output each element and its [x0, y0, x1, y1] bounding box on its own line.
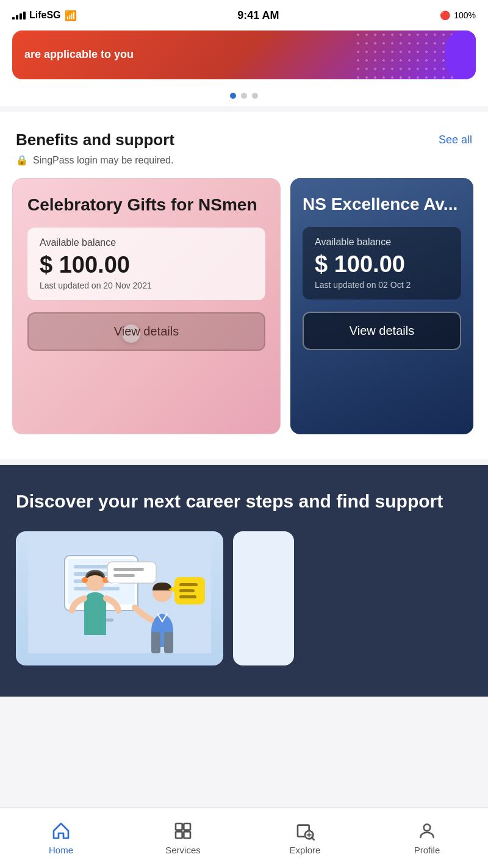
nav-label-explore: Explore — [290, 845, 321, 855]
svg-rect-22 — [179, 595, 196, 598]
nav-item-services[interactable]: Services — [122, 814, 244, 861]
benefits-title: Benefits and support — [16, 131, 174, 149]
svg-rect-12 — [107, 562, 156, 583]
dot-1[interactable] — [230, 93, 236, 99]
banner-card[interactable]: are applicable to you — [12, 30, 476, 79]
gift-card-title: Celebratory Gifts for NSmen — [27, 195, 265, 215]
gift-view-details-button[interactable]: View details — [27, 312, 265, 351]
svg-rect-27 — [184, 831, 190, 838]
carrier-name: LifeSG — [29, 10, 61, 21]
nav-item-explore[interactable]: Explore — [244, 814, 366, 861]
lock-icon: 🔒 — [16, 154, 28, 166]
svg-point-10 — [82, 577, 88, 583]
explore-icon — [295, 820, 315, 841]
career-section: Discover your next career steps and find… — [0, 465, 488, 697]
gift-card-content: Celebratory Gifts for NSmen Available ba… — [13, 179, 280, 363]
career-card-illustration — [16, 531, 223, 665]
career-card-1[interactable] — [16, 531, 223, 665]
svg-line-30 — [312, 838, 314, 840]
svg-point-33 — [424, 824, 431, 831]
gift-card[interactable]: Celebratory Gifts for NSmen Available ba… — [12, 178, 281, 434]
benefits-cards-container: Celebratory Gifts for NSmen Available ba… — [0, 178, 488, 434]
profile-icon — [417, 820, 437, 841]
ns-card[interactable]: NS Excellence Av... Available balance $ … — [290, 178, 473, 434]
ns-balance-updated: Last updated on 02 Oct 2 — [315, 280, 449, 290]
svg-rect-20 — [179, 583, 198, 586]
svg-rect-14 — [113, 574, 135, 577]
singpass-text: SingPass login may be required. — [33, 155, 173, 166]
nav-item-home[interactable]: Home — [0, 814, 122, 861]
status-left: LifeSG 📶 — [12, 10, 77, 21]
banner-purple-decoration — [445, 30, 476, 79]
career-illustration-svg — [28, 531, 211, 653]
career-title: Discover your next career steps and find… — [16, 489, 472, 513]
gift-balance-box: Available balance $ 100.00 Last updated … — [27, 228, 265, 300]
nav-label-profile: Profile — [414, 845, 440, 855]
wifi-icon: 📶 — [65, 10, 77, 21]
see-all-link[interactable]: See all — [439, 134, 472, 146]
gift-balance-amount: $ 100.00 — [40, 252, 253, 278]
battery-level: 100% — [454, 10, 476, 20]
singpass-notice: 🔒 SingPass login may be required. — [0, 154, 488, 166]
bluetooth-icon: 🔴 — [440, 10, 450, 20]
banner-section: are applicable to you — [0, 30, 488, 85]
svg-rect-21 — [179, 589, 195, 592]
ns-balance-box: Available balance $ 100.00 Last updated … — [303, 227, 461, 299]
home-icon — [51, 820, 71, 841]
dot-3[interactable] — [252, 93, 258, 99]
bottom-nav: Home Services Explore — [0, 807, 488, 868]
banner-text: are applicable to you — [24, 47, 134, 62]
nav-label-home: Home — [49, 845, 73, 855]
carousel-dots — [0, 85, 488, 106]
signal-bars — [12, 11, 26, 20]
gift-balance-updated: Last updated on 20 Nov 2021 — [40, 281, 253, 290]
gift-balance-label: Available balance — [40, 237, 253, 248]
career-cards-row — [16, 531, 472, 665]
svg-rect-26 — [176, 831, 182, 838]
nav-item-profile[interactable]: Profile — [366, 814, 488, 861]
svg-rect-18 — [164, 632, 173, 653]
ns-balance-amount: $ 100.00 — [315, 251, 449, 278]
status-right: 🔴 100% — [440, 10, 476, 20]
ns-balance-label: Available balance — [315, 237, 449, 248]
benefits-section: Benefits and support See all 🔒 SingPass … — [0, 112, 488, 459]
ns-card-title: NS Excellence Av... — [303, 194, 461, 215]
svg-rect-13 — [113, 568, 144, 571]
ns-card-content: NS Excellence Av... Available balance $ … — [290, 178, 473, 362]
status-time: 9:41 AM — [237, 9, 279, 22]
status-bar: LifeSG 📶 9:41 AM 🔴 100% — [0, 0, 488, 30]
svg-rect-17 — [151, 632, 160, 653]
nav-label-services: Services — [165, 845, 201, 855]
services-icon — [173, 820, 193, 841]
svg-rect-24 — [176, 823, 182, 830]
svg-rect-25 — [184, 823, 190, 830]
dot-2[interactable] — [241, 93, 247, 99]
ns-view-details-button[interactable]: View details — [303, 312, 461, 350]
career-card-partial[interactable] — [233, 531, 294, 665]
benefits-header: Benefits and support See all — [0, 131, 488, 149]
